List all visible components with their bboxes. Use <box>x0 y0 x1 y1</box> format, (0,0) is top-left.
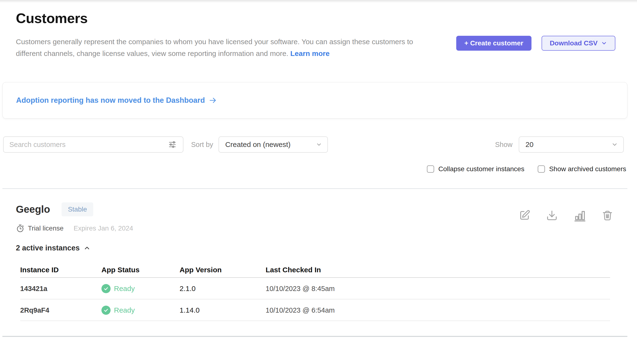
collapse-instances-label: Collapse customer instances <box>438 165 524 173</box>
create-customer-button[interactable]: + Create customer <box>456 36 531 51</box>
chevron-down-icon <box>601 40 607 46</box>
customer-name: Geeglo <box>16 204 50 215</box>
bottom-divider <box>3 336 627 337</box>
customers-page: Customers Customers generally represent … <box>0 10 637 337</box>
chevron-down-icon <box>611 141 618 148</box>
search-input[interactable] <box>9 141 167 149</box>
last-checked-in-cell: 10/10/2023 @ 6:54am <box>266 306 610 314</box>
adoption-reporting-banner: Adoption reporting has now moved to the … <box>3 82 627 118</box>
instance-id-cell: 143421a <box>20 285 101 293</box>
page-title: Customers <box>16 10 627 26</box>
check-circle-icon <box>101 284 111 293</box>
show-label: Show <box>495 141 513 149</box>
customer-card-header: Geeglo Stable Trial license Expires Jan … <box>16 202 613 233</box>
license-expiry: Expires Jan 6, 2024 <box>74 224 133 232</box>
customer-name-row: Geeglo Stable <box>16 202 133 216</box>
customer-reporting-button[interactable] <box>573 209 586 222</box>
learn-more-link[interactable]: Learn more <box>290 50 330 58</box>
table-row: 143421a Ready 2.1.0 10/10/2023 @ 8:45am <box>20 278 610 300</box>
last-checked-in-cell: 10/10/2023 @ 8:45am <box>266 285 610 293</box>
list-controls: Sort by Created on (newest) Show 20 <box>3 136 624 153</box>
header-app-version: App Version <box>179 266 266 274</box>
active-instances-label: 2 active instances <box>16 244 80 252</box>
active-instances-toggle[interactable]: 2 active instances <box>16 244 91 252</box>
stopwatch-icon <box>16 224 25 233</box>
top-edge-gradient <box>0 0 637 3</box>
archive-customer-button[interactable] <box>602 210 613 221</box>
show-count-value: 20 <box>525 140 533 149</box>
app-status-label: Ready <box>114 284 135 293</box>
show-count-select[interactable]: 20 <box>519 136 624 153</box>
channel-badge: Stable <box>62 202 93 216</box>
adoption-reporting-link[interactable]: Adoption reporting has now moved to the … <box>16 96 217 105</box>
banner-text: Adoption reporting has now moved to the … <box>16 96 205 105</box>
collapse-instances-checkbox[interactable] <box>427 166 434 173</box>
edit-pencil-icon <box>519 210 530 221</box>
bar-chart-icon <box>573 209 586 222</box>
show-archived-label: Show archived customers <box>549 165 626 173</box>
filter-sliders-icon[interactable] <box>167 140 177 149</box>
download-license-button[interactable] <box>546 210 558 221</box>
page-header: Customers Customers generally represent … <box>16 10 627 59</box>
header-app-status: App Status <box>101 266 179 274</box>
edit-customer-button[interactable] <box>519 210 530 221</box>
app-status-cell: Ready <box>101 284 179 293</box>
section-divider <box>3 188 627 189</box>
header-last-checked-in: Last Checked In <box>266 266 610 274</box>
download-csv-label: Download CSV <box>550 40 597 47</box>
arrow-right-icon <box>209 96 217 104</box>
download-csv-button[interactable]: Download CSV <box>542 36 615 51</box>
search-box[interactable] <box>3 136 183 153</box>
instance-id-cell: 2Rq9aF4 <box>20 306 101 314</box>
sort-select-value: Created on (newest) <box>225 140 291 149</box>
app-version-cell: 2.1.0 <box>179 284 266 293</box>
customer-identity: Geeglo Stable Trial license Expires Jan … <box>16 202 133 233</box>
check-circle-icon <box>101 306 111 315</box>
table-header-row: Instance ID App Status App Version Last … <box>20 262 610 278</box>
header-actions: + Create customer Download CSV <box>456 36 615 51</box>
sort-by-label: Sort by <box>191 141 213 149</box>
trash-icon <box>602 210 613 221</box>
header-instance-id: Instance ID <box>20 266 101 274</box>
collapse-instances-option[interactable]: Collapse customer instances <box>427 165 524 173</box>
download-icon <box>546 210 558 221</box>
checkbox-row: Collapse customer instances Show archive… <box>3 165 626 173</box>
chevron-down-icon <box>316 142 322 148</box>
show-archived-option[interactable]: Show archived customers <box>538 165 626 173</box>
app-status-cell: Ready <box>101 306 179 315</box>
show-archived-checkbox[interactable] <box>538 166 545 173</box>
description-text: Customers generally represent the compan… <box>16 38 413 58</box>
sort-select[interactable]: Created on (newest) <box>219 136 328 153</box>
table-row: 2Rq9aF4 Ready 1.14.0 10/10/2023 @ 6:54am <box>20 300 610 321</box>
customer-actions <box>519 209 613 222</box>
header-row: Customers generally represent the compan… <box>16 36 627 59</box>
license-row: Trial license Expires Jan 6, 2024 <box>16 224 133 233</box>
page-description: Customers generally represent the compan… <box>16 36 434 59</box>
app-status-label: Ready <box>114 306 135 314</box>
license-type: Trial license <box>28 224 64 232</box>
instances-table: Instance ID App Status App Version Last … <box>20 262 610 321</box>
chevron-up-icon <box>83 244 91 252</box>
app-version-cell: 1.14.0 <box>179 306 266 314</box>
